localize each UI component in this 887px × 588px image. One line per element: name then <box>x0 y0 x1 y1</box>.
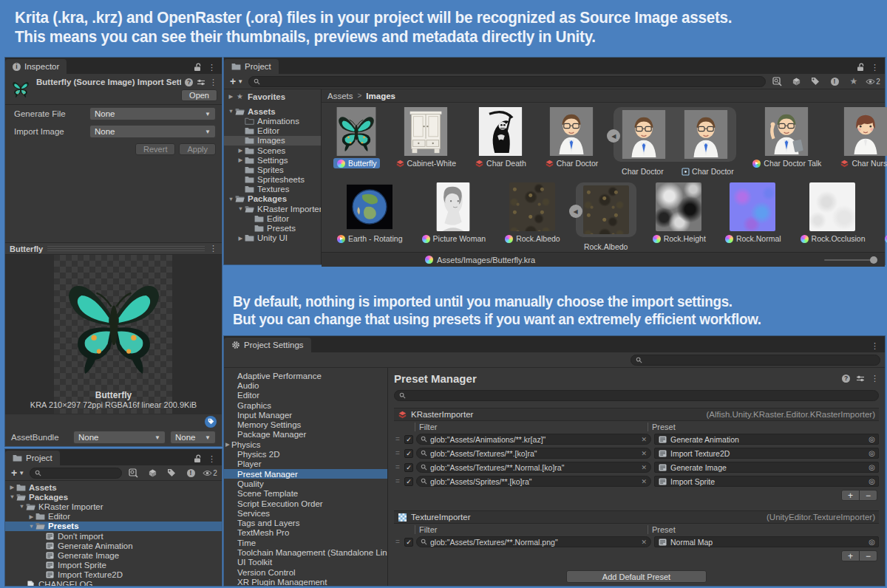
filter-glob-input[interactable]: glob:"Assets/Textures/**.[ko]ra"✕ <box>416 448 651 459</box>
settings-category-graphics[interactable]: Graphics <box>224 400 387 410</box>
settings-category-services[interactable]: Services <box>224 508 387 518</box>
settings-category-script-execution-order[interactable]: Script Execution Order <box>224 499 387 508</box>
asset-label-rock-albedo[interactable]: Rock.Albedo <box>582 242 631 252</box>
asset-thumbnail-normal[interactable] <box>730 182 775 231</box>
asset-label-char-nurse[interactable]: Char Nurse <box>837 158 887 168</box>
asset-cell-rock-smoothn[interactable]: Rock.Smoothn... <box>881 182 887 244</box>
asset-thumbnail-death[interactable] <box>478 107 523 156</box>
import-package-icon[interactable] <box>144 467 160 479</box>
asset-thumbnail-height[interactable] <box>656 182 701 231</box>
enabled-checkbox[interactable]: ✓ <box>404 449 413 458</box>
assetbundle-name-dropdown[interactable]: None▼ <box>73 431 166 444</box>
chevron-right-icon[interactable]: ▶ <box>224 441 231 448</box>
preview-drag-handle[interactable] <box>47 246 205 251</box>
asset-thumbnail-doctor[interactable] <box>548 107 594 156</box>
tree-item-images[interactable]: Images <box>224 136 321 146</box>
asset-label-butterfly[interactable]: Butterfly <box>333 158 380 168</box>
preset-object-field[interactable]: Import Sprite◎ <box>654 476 879 487</box>
help-icon[interactable]: ? <box>185 78 193 86</box>
tree-item-presets[interactable]: Presets <box>224 223 321 233</box>
hidden-count-eye[interactable]: 2 <box>865 75 881 88</box>
menu-kebab-icon[interactable]: ⋮ <box>871 375 879 383</box>
preview-header[interactable]: Butterfly ⋮ <box>5 242 222 255</box>
clear-filter-icon[interactable]: ✕ <box>641 450 647 457</box>
settings-search-input[interactable] <box>631 355 880 366</box>
tree-item-generate-image[interactable]: Generate Image <box>5 550 222 560</box>
presets-icon[interactable] <box>856 375 865 383</box>
label-tag-icon[interactable] <box>163 467 180 479</box>
asset-cell-rock-occlusion[interactable]: Rock.Occlusion <box>797 182 869 244</box>
settings-category-toolchain-management-standalone-linux[interactable]: Toolchain Management (Standalone Linux) <box>224 547 387 557</box>
tree-item-changelog[interactable]: CHANGELOG <box>5 580 222 586</box>
settings-category-xr-plugin-management[interactable]: XR Plugin Management <box>224 577 387 586</box>
object-picker-icon[interactable]: ◎ <box>869 477 875 485</box>
menu-kebab-icon[interactable]: ⋮ <box>208 64 216 72</box>
drag-handle[interactable]: = <box>394 449 401 457</box>
tree-item-editor[interactable]: Editor <box>224 126 321 136</box>
add-default-preset-button[interactable]: Add Default Preset <box>566 570 707 583</box>
tree-item-generate-animation[interactable]: Generate Animation <box>5 541 222 550</box>
preset-object-field[interactable]: Normal Map◎ <box>654 536 879 547</box>
asset-thumbnail-earth[interactable] <box>347 182 392 231</box>
tree-item-assets[interactable]: ▼Assets <box>224 106 321 116</box>
import-package-icon[interactable] <box>788 75 804 88</box>
breadcrumb-assets[interactable]: Assets <box>327 92 353 100</box>
settings-category-quality[interactable]: Quality <box>224 479 387 488</box>
assetbundle-variant-dropdown[interactable]: None▼ <box>170 431 216 444</box>
import-image-dropdown[interactable]: None▼ <box>89 125 216 138</box>
preset-object-field[interactable]: Import Texture2D◎ <box>654 448 879 459</box>
settings-category-tags-and-layers[interactable]: Tags and Layers <box>224 518 387 527</box>
menu-kebab-icon[interactable]: ⋮ <box>871 64 879 72</box>
tree-item-animations[interactable]: Animations <box>224 116 321 126</box>
drag-handle[interactable]: = <box>394 463 401 471</box>
settings-category-version-control[interactable]: Version Control <box>224 567 387 577</box>
unlock-icon[interactable] <box>194 454 201 463</box>
generate-file-dropdown[interactable]: None▼ <box>89 107 216 120</box>
menu-kebab-icon[interactable]: ⋮ <box>209 78 217 86</box>
asset-label-picture-woman[interactable]: Picture Woman <box>418 233 489 244</box>
tree-item-kraster-importer[interactable]: ▼KRaster Importer <box>5 502 222 511</box>
label-tag-icon[interactable] <box>807 75 823 88</box>
tree-item-assets[interactable]: ▶Assets <box>5 482 222 492</box>
apply-button[interactable]: Apply <box>179 143 216 155</box>
tree-item-sprites[interactable]: Sprites <box>224 165 321 174</box>
search-input[interactable] <box>30 468 122 479</box>
chevron-down-icon[interactable]: ▼ <box>27 523 35 530</box>
chevron-right-icon[interactable]: ▶ <box>227 93 235 100</box>
asset-label-rock-smoothn[interactable]: Rock.Smoothn... <box>881 233 887 244</box>
tree-item-settings[interactable]: ▶Settings <box>224 155 321 165</box>
tree-item-scenes[interactable]: ▶Scenes <box>224 146 321 155</box>
enabled-checkbox[interactable]: ✓ <box>404 463 413 472</box>
asset-thumbnail-butterfly[interactable] <box>333 107 379 156</box>
asset-thumbnail-albedo[interactable] <box>583 185 629 234</box>
asset-cell-char-death[interactable]: Char Death <box>472 107 529 168</box>
chevron-down-icon[interactable]: ▼ <box>18 503 26 510</box>
asset-label-char-doctor[interactable]: Char Doctor <box>618 166 667 177</box>
tree-item-kraster-importer[interactable]: ▼KRaster Importer <box>224 204 321 213</box>
chevron-down-icon[interactable]: ▼ <box>8 493 16 500</box>
asset-thumbnail-albedo[interactable] <box>509 182 555 231</box>
asset-label-rock-albedo[interactable]: Rock.Albedo <box>501 233 563 244</box>
collapse-subassets-button[interactable]: ◀ <box>569 205 582 218</box>
asset-thumbnail-cabinet[interactable] <box>403 107 449 156</box>
asset-label-rock-height[interactable]: Rock.Height <box>649 233 709 244</box>
clear-filter-icon[interactable]: ✕ <box>641 464 647 471</box>
object-picker-icon[interactable]: ◎ <box>869 538 875 546</box>
asset-label-char-death[interactable]: Char Death <box>472 158 529 168</box>
tree-item-favorites[interactable]: ▶★Favorites <box>224 92 321 101</box>
tab-project-settings[interactable]: Project Settings <box>224 338 311 352</box>
asset-cell-char-doctor[interactable]: Char Doctor <box>542 107 602 168</box>
enabled-checkbox[interactable]: ✓ <box>404 477 413 486</box>
chevron-down-icon[interactable]: ▼ <box>227 108 235 114</box>
preset-object-field[interactable]: Generate Animation◎ <box>654 434 879 445</box>
tree-item-don-t-import[interactable]: Don't import <box>5 531 222 541</box>
settings-category-physics[interactable]: ▶Physics <box>224 440 387 449</box>
settings-category-player[interactable]: Player <box>224 459 387 469</box>
thumbnail-size-slider[interactable] <box>824 256 877 264</box>
enabled-checkbox[interactable]: ✓ <box>404 538 413 547</box>
asset-label-char-doctor[interactable]: Char Doctor <box>683 166 732 177</box>
filter-glob-input[interactable]: glob:"Assets/Sprites/**.[ko]ra"✕ <box>416 476 651 487</box>
asset-cell-picture-woman[interactable]: Picture Woman <box>418 182 489 244</box>
tree-item-editor[interactable]: ▶Editor <box>5 512 222 522</box>
filter-glob-input[interactable]: glob:"Assets/Animations/**.kr[az]"✕ <box>416 434 651 445</box>
